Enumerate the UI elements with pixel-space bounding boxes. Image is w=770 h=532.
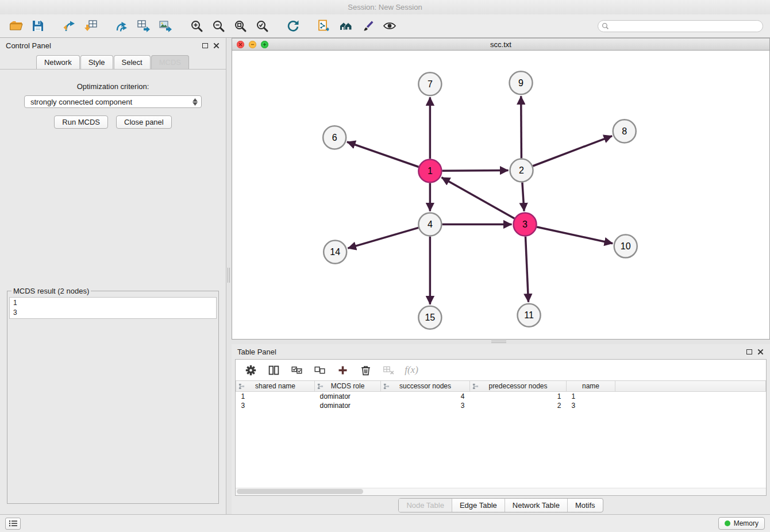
node-label: 3	[522, 219, 528, 229]
control-panel-close-button[interactable]	[213, 42, 220, 49]
edge-3-to-1[interactable]	[441, 178, 514, 218]
function-builder-button[interactable]: f(x)	[403, 362, 419, 378]
zoom-out-button[interactable]	[209, 17, 228, 35]
edge-2-to-9[interactable]	[521, 96, 522, 158]
table-settings-button[interactable]	[242, 362, 259, 378]
column-header-predecessor-nodes[interactable]: predecessor nodes	[470, 381, 567, 392]
zoom-in-icon	[190, 19, 203, 33]
edge-1-to-2[interactable]	[442, 171, 508, 171]
vertical-splitter[interactable]	[226, 38, 232, 514]
graph-node-6[interactable]: 6	[323, 126, 346, 149]
create-column-button[interactable]	[334, 362, 351, 378]
tab-edge-table[interactable]: Edge Table	[452, 499, 505, 512]
cell-shared_name[interactable]: 3	[236, 401, 315, 410]
search-icon	[602, 22, 609, 30]
edge-2-to-8[interactable]	[533, 136, 612, 166]
graph-node-15[interactable]: 15	[418, 306, 441, 329]
export-network-button[interactable]	[113, 17, 131, 35]
import-network-button[interactable]	[60, 17, 78, 35]
memory-button[interactable]: Memory	[718, 517, 765, 530]
network-canvas[interactable]: 7968124314101511	[232, 51, 770, 340]
delete-table-button[interactable]	[380, 362, 396, 378]
unselect-all-icon	[314, 364, 326, 376]
zoom-window-button[interactable]	[261, 41, 268, 48]
annotation-brush-button[interactable]	[359, 17, 377, 35]
cell-predecessor_nodes[interactable]: 1	[470, 392, 567, 401]
cell-mcds_role[interactable]: dominator	[315, 401, 381, 410]
optimization-criterion-select[interactable]: strongly connected component	[24, 95, 202, 108]
cell-shared_name[interactable]: 1	[236, 392, 315, 401]
close-window-button[interactable]	[237, 41, 244, 48]
horizontal-splitter[interactable]	[232, 340, 770, 344]
tab-select[interactable]: Select	[114, 55, 151, 69]
graph-node-10[interactable]: 10	[614, 235, 637, 258]
zoom-selected-button[interactable]	[253, 17, 271, 35]
search-box	[598, 20, 763, 32]
refresh-button[interactable]	[284, 17, 302, 35]
open-session-button[interactable]	[7, 17, 25, 35]
column-header-name[interactable]: name	[567, 381, 615, 392]
node-label: 8	[622, 126, 627, 136]
graph-node-3[interactable]: 3	[514, 213, 537, 236]
delete-column-button[interactable]	[357, 362, 374, 378]
mcds-result-line: 3	[13, 308, 213, 318]
tab-mcds[interactable]: MCDS	[151, 55, 189, 69]
minimize-window-button[interactable]	[249, 41, 256, 48]
table-panel-close-button[interactable]	[757, 348, 764, 355]
cell-successor_nodes[interactable]: 3	[381, 401, 470, 410]
save-session-button[interactable]	[29, 17, 47, 35]
cell-name[interactable]: 1	[567, 392, 615, 401]
network-graph[interactable]: 7968124314101511	[232, 51, 769, 339]
import-table-button[interactable]	[82, 17, 100, 35]
show-hide-button[interactable]	[380, 17, 399, 35]
cell-predecessor_nodes[interactable]: 2	[470, 401, 567, 410]
tab-network[interactable]: Network	[36, 55, 80, 69]
clone-network-button[interactable]	[315, 17, 333, 35]
table-row[interactable]: 1dominator411	[236, 392, 766, 401]
scrollbar-thumb[interactable]	[237, 489, 363, 494]
show-columns-button[interactable]	[265, 362, 282, 378]
select-all-columns-button[interactable]	[288, 362, 305, 378]
cell-mcds_role[interactable]: dominator	[315, 392, 381, 401]
edge-2-to-3[interactable]	[522, 182, 524, 211]
zoom-in-button[interactable]	[187, 17, 206, 35]
tab-node-table[interactable]: Node Table	[399, 499, 452, 512]
edge-3-to-11[interactable]	[525, 237, 528, 302]
table-row[interactable]: 3dominator323	[236, 401, 766, 410]
export-table-icon	[137, 19, 151, 33]
search-input[interactable]	[598, 20, 763, 32]
unselect-all-columns-button[interactable]	[311, 362, 328, 378]
close-panel-button[interactable]: Close panel	[116, 115, 172, 129]
status-menu-button[interactable]	[5, 518, 21, 530]
cell-name[interactable]: 3	[567, 401, 615, 410]
control-panel-float-button[interactable]	[202, 43, 208, 48]
edge-3-to-10[interactable]	[537, 227, 613, 244]
graph-node-8[interactable]: 8	[613, 119, 636, 142]
graph-node-1[interactable]: 1	[418, 159, 441, 182]
column-header-shared-name[interactable]: shared name	[236, 381, 315, 392]
run-mcds-button[interactable]: Run MCDS	[54, 115, 108, 129]
mcds-result-list[interactable]: 1 3	[9, 297, 217, 319]
edge-1-to-6[interactable]	[347, 142, 419, 167]
export-image-button[interactable]	[156, 17, 175, 35]
zoom-selected-icon	[255, 19, 269, 33]
table-horizontal-scrollbar[interactable]	[236, 488, 766, 495]
column-header-successor-nodes[interactable]: successor nodes	[381, 381, 470, 392]
cell-successor_nodes[interactable]: 4	[381, 392, 470, 401]
graph-node-4[interactable]: 4	[418, 213, 441, 236]
tab-network-table[interactable]: Network Table	[505, 499, 567, 512]
edge-4-to-14[interactable]	[348, 228, 418, 248]
zoom-fit-button[interactable]	[231, 17, 249, 35]
tab-style[interactable]: Style	[80, 55, 113, 69]
graph-node-2[interactable]: 2	[510, 159, 533, 182]
graph-node-9[interactable]: 9	[510, 71, 533, 94]
first-neighbors-button[interactable]	[337, 17, 355, 35]
export-table-button[interactable]	[134, 17, 153, 35]
toolbar-group-import	[60, 17, 100, 35]
graph-node-7[interactable]: 7	[418, 72, 441, 95]
column-header-mcds-role[interactable]: MCDS role	[315, 381, 381, 392]
tab-motifs[interactable]: Motifs	[567, 499, 603, 512]
table-panel-float-button[interactable]	[746, 349, 752, 354]
graph-node-11[interactable]: 11	[518, 304, 541, 327]
graph-node-14[interactable]: 14	[324, 241, 346, 264]
